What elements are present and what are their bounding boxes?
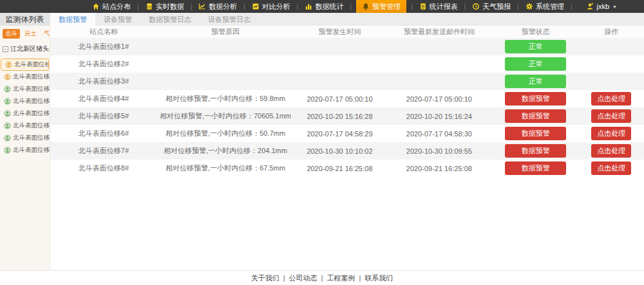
monitor-badge-icon [4,110,11,117]
tree-root-node[interactable]: − 江北新区猪头山... [0,41,50,57]
nav-item-home[interactable]: 站点分布 [90,0,133,13]
table-row: 北斗表面位移1#正常 [50,38,644,55]
monitor-item[interactable]: 北斗表面位移4# [0,95,50,107]
page-body: 监测体列表 北斗岩土气象 − 江北新区猪头山... 北斗表面位移1#北斗表面位移… [0,13,644,270]
main-content: 数据预警设备预警数据预警日志设备预警日志 站点名称预警原因预警发生时间预警最新发… [50,13,644,270]
monitor-badge-icon [4,98,11,105]
nav-item-bar-chart[interactable]: 数据统计 [303,0,345,13]
nav-item-label: 系统管理 [536,2,564,12]
status-normal-button[interactable]: 正常 [505,75,566,88]
handle-alert-button[interactable]: 点击处理 [591,161,631,175]
handle-alert-button[interactable]: 点击处理 [591,92,631,106]
table-row: 北斗表面位移4#相对位移预警,一小时内位移：59.8mm2020-07-17 0… [50,90,644,107]
tab-2[interactable]: 数据预警日志 [140,13,200,26]
nav-separator: | [411,3,413,10]
collapse-icon[interactable]: − [3,46,8,52]
alert-reason-cell: 相对位移预警,一小时内位移：59.8mm [157,94,294,104]
monitor-item[interactable]: 北斗表面位移1# [1,59,49,71]
sidebar-tab-weather[interactable]: 气象 [41,29,50,39]
tab-1[interactable]: 设备预警 [95,13,140,26]
home-icon [92,3,100,10]
monitor-badge-icon [5,61,12,68]
table-row: 北斗表面位移7#相对位移预警,一小时内位移：204.1mm2020-10-30 … [50,142,644,160]
nav-item-weather[interactable]: 天气预报 [470,0,513,13]
monitor-item-label: 北斗表面位移7# [13,134,50,142]
status-alert-button[interactable]: 数据预警 [505,127,566,140]
weather-icon [472,3,480,10]
handle-alert-button[interactable]: 点击处理 [591,109,631,123]
monitor-item[interactable]: 北斗表面位移3# [0,83,50,95]
monitor-item[interactable]: 北斗表面位移2# [0,71,50,83]
alert-reason-cell: 相对位移预警,一小时内位移：204.1mm [157,146,294,156]
user-menu[interactable]: jxkb ▼ [586,3,618,10]
app-root: 站点分布|实时数据|数据分析|对比分析|数据统计|预警管理|统计报表|天气预报|… [0,0,644,285]
site-name-cell: 北斗表面位移2# [50,59,157,69]
table-row: 北斗表面位移2#正常 [50,55,644,73]
nav-item-label: 数据分析 [209,2,237,12]
footer-link-1[interactable]: 公司动态 [288,273,319,283]
status-alert-button[interactable]: 数据预警 [505,109,566,123]
sidebar-tab-geotech[interactable]: 岩土 [22,29,39,39]
tab-3[interactable]: 设备预警日志 [200,13,259,26]
status-alert-button[interactable]: 数据预警 [505,92,566,106]
status-alert-button[interactable]: 数据预警 [505,144,566,158]
monitor-item-label: 北斗表面位移1# [14,60,49,69]
table-row: 北斗表面位移6#相对位移预警,一小时内位移：50.7mm2020-07-17 0… [50,125,644,142]
nav-separator: | [243,3,245,10]
page-footer: 关于我们|公司动态|工程案例|联系我们 [0,270,644,285]
nav-item-database[interactable]: 实时数据 [144,0,186,13]
nav-item-gear[interactable]: 系统管理 [524,0,566,13]
nav-item-report[interactable]: 统计报表 [417,0,460,13]
footer-link-0[interactable]: 关于我们 [250,273,281,283]
action-cell: 点击处理 [579,127,644,140]
sidebar: 监测体列表 北斗岩土气象 − 江北新区猪头山... 北斗表面位移1#北斗表面位移… [0,13,50,270]
alert-time-cell: 2020-07-17 05:00:10 [294,95,386,103]
footer-link-2[interactable]: 工程案例 [325,273,356,283]
monitor-badge-icon [4,122,11,129]
chevron-down-icon: ▼ [612,5,617,9]
action-cell: 点击处理 [579,161,644,175]
nav-item-line-chart[interactable]: 数据分析 [196,0,239,13]
nav-separator: | [571,3,573,10]
status-cell: 数据预警 [493,109,579,123]
alarm-bell-icon [362,3,370,10]
user-icon [586,3,594,10]
status-normal-button[interactable]: 正常 [505,40,566,53]
footer-separator: | [283,274,285,282]
nav-item-label: 对比分析 [262,2,290,12]
top-navbar: 站点分布|实时数据|数据分析|对比分析|数据统计|预警管理|统计报表|天气预报|… [0,0,644,13]
monitor-item-label: 北斗表面位移4# [13,97,50,106]
table-row: 北斗表面位移5#相对位移预警,一小时内位移：70605.1mm2020-10-2… [50,107,644,125]
alert-tabs: 数据预警设备预警数据预警日志设备预警日志 [50,13,644,26]
handle-alert-button[interactable]: 点击处理 [591,127,631,140]
monitor-badge-icon [4,147,11,154]
site-name-cell: 北斗表面位移5# [50,111,157,121]
footer-link-3[interactable]: 联系我们 [363,273,394,283]
report-icon [419,3,427,10]
status-cell: 数据预警 [493,144,579,158]
monitor-badge-icon [4,73,11,80]
monitor-item-label: 北斗表面位移2# [13,73,50,81]
nav-separator: | [297,3,299,10]
column-header: 预警发生时间 [294,27,386,37]
nav-item-label: 天气预报 [482,2,511,12]
status-normal-button[interactable]: 正常 [505,57,566,71]
nav-item-alarm-bell[interactable]: 预警管理 [356,0,406,13]
tree-root-label: 江北新区猪头山... [10,44,50,53]
monitor-item[interactable]: 北斗表面位移7# [0,132,50,144]
nav-item-compare-chart[interactable]: 对比分析 [250,0,292,13]
alert-time-cell: 2020-10-30 10:10:02 [294,147,386,155]
monitor-item[interactable]: 北斗表面位移6# [0,120,50,132]
status-alert-button[interactable]: 数据预警 [505,161,566,175]
nav-item-label: 实时数据 [156,2,184,12]
monitor-item[interactable]: 北斗表面位移8# [0,144,50,156]
monitor-item-label: 北斗表面位移8# [13,146,50,154]
email-time-cell: 2020-07-17 05:00:10 [386,95,493,103]
status-cell: 正常 [493,57,579,71]
sidebar-tab-beidou[interactable]: 北斗 [3,29,20,39]
gear-icon [526,3,533,10]
tab-0[interactable]: 数据预警 [50,13,95,26]
sidebar-title: 监测体列表 [0,13,50,26]
monitor-item[interactable]: 北斗表面位移5# [0,107,50,120]
handle-alert-button[interactable]: 点击处理 [591,144,631,158]
